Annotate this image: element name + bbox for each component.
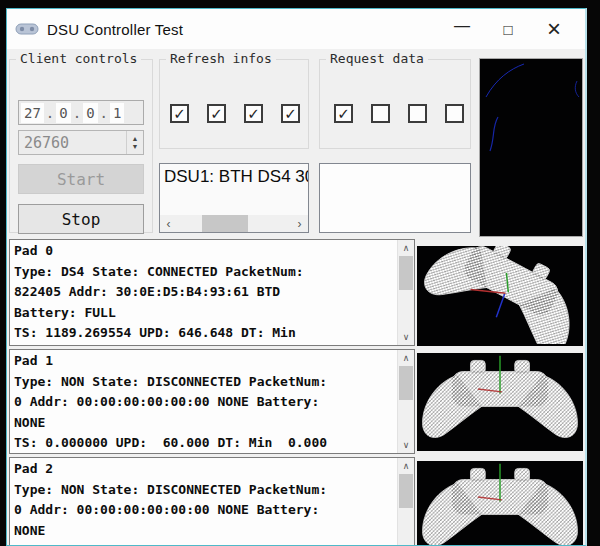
pad1-info-text: Pad 1 Type: NON State: DISCONNECTED Pack… (14, 351, 394, 454)
ip-address-input[interactable]: 27.0.0.1 (18, 100, 144, 125)
spinner-up-icon[interactable]: ▲ (132, 135, 139, 143)
pad0-controller-wireframe (417, 246, 583, 344)
request-checkbox-0[interactable]: ✓ (334, 104, 353, 123)
ip-dot: . (44, 103, 56, 123)
refresh-infos-group: Refresh infos ✓ ✓ ✓ ✓ (159, 59, 309, 149)
scroll-up-icon[interactable]: ∧ (398, 240, 414, 256)
request-checkbox-3[interactable] (445, 104, 464, 123)
gamepad-icon (15, 21, 39, 37)
scroll-down-icon[interactable]: ∨ (398, 329, 414, 345)
hscroll-thumb[interactable] (202, 215, 248, 232)
title-bar: DSU Controller Test — □ × (7, 9, 585, 49)
spinner-down-icon[interactable]: ▼ (132, 143, 139, 151)
refresh-infos-label: Refresh infos (166, 51, 276, 66)
pad2-controller-wireframe (417, 461, 583, 546)
ip-segment: 1 (110, 103, 124, 123)
pad0-info-text: Pad 0 Type: DS4 State: CONNECTED PacketN… (14, 241, 394, 344)
pad2-render-viewport (417, 461, 583, 546)
start-button[interactable]: Start (18, 164, 144, 194)
ip-segment: 0 (56, 103, 70, 123)
ip-dot: . (71, 103, 83, 123)
pad1-controller-wireframe (417, 353, 583, 449)
maximize-icon[interactable]: □ (485, 9, 531, 49)
request-data-group: Request data ✓ (319, 59, 471, 149)
pad0-vscrollbar[interactable]: ∧ ∨ (397, 240, 414, 345)
close-icon[interactable]: × (531, 9, 577, 49)
pad1-info-textbox[interactable]: Pad 1 Type: NON State: DISCONNECTED Pack… (9, 349, 415, 454)
vscroll-thumb[interactable] (399, 366, 413, 400)
hscroll-track[interactable] (177, 215, 291, 232)
pad2-info-text: Pad 2 Type: NON State: DISCONNECTED Pack… (14, 459, 394, 546)
motion-viewport (479, 58, 583, 237)
main-content: Client controls 27.0.0.1 26760 ▲ ▼ Start… (7, 49, 585, 546)
window-title: DSU Controller Test (47, 21, 183, 38)
refresh-infos-checkboxes: ✓ ✓ ✓ ✓ (170, 104, 300, 123)
request-data-checkboxes: ✓ (334, 104, 464, 123)
ip-segment: 27 (21, 103, 44, 123)
scroll-right-icon[interactable]: › (291, 217, 308, 231)
refresh-checkbox-1[interactable]: ✓ (207, 104, 226, 123)
ip-segment: 0 (83, 103, 97, 123)
pad0-info-textbox[interactable]: Pad 0 Type: DS4 State: CONNECTED PacketN… (9, 239, 415, 346)
port-spinner[interactable]: ▲ ▼ (126, 131, 143, 154)
client-controls-label: Client controls (16, 51, 141, 66)
refresh-checkbox-2[interactable]: ✓ (244, 104, 263, 123)
pad2-info-textbox[interactable]: Pad 2 Type: NON State: DISCONNECTED Pack… (9, 457, 415, 546)
server-list-item[interactable]: DSU1: BTH DS4 30 (160, 164, 308, 187)
server-list-hscrollbar[interactable]: ‹ › (160, 215, 308, 232)
refresh-checkbox-3[interactable]: ✓ (281, 104, 300, 123)
scroll-up-icon[interactable]: ∧ (398, 458, 414, 474)
request-checkbox-1[interactable] (371, 104, 390, 123)
pad1-vscrollbar[interactable]: ∧ ∨ (397, 350, 414, 453)
pad1-render-viewport (417, 353, 583, 451)
request-checkbox-2[interactable] (408, 104, 427, 123)
stop-button[interactable]: Stop (18, 204, 144, 234)
scroll-left-icon[interactable]: ‹ (160, 217, 177, 231)
vscroll-thumb[interactable] (399, 474, 413, 508)
request-data-listbox[interactable] (319, 163, 471, 233)
ip-dot: . (98, 103, 110, 123)
app-window: DSU Controller Test — □ × Client control… (6, 8, 587, 546)
minimize-icon[interactable]: — (439, 9, 485, 49)
port-input[interactable]: 26760 ▲ ▼ (18, 130, 144, 155)
pad2-vscrollbar[interactable]: ∧ ∨ (397, 458, 414, 546)
scroll-down-icon[interactable]: ∨ (398, 437, 414, 453)
server-listbox[interactable]: DSU1: BTH DS4 30 ‹ › (159, 163, 309, 233)
motion-trace-graphic (480, 59, 582, 236)
pad0-render-viewport (417, 246, 583, 346)
scroll-up-icon[interactable]: ∧ (398, 350, 414, 366)
vscroll-thumb[interactable] (399, 256, 413, 290)
port-value: 26760 (19, 134, 126, 152)
refresh-checkbox-0[interactable]: ✓ (170, 104, 189, 123)
request-data-label: Request data (326, 51, 428, 66)
client-controls-group: Client controls 27.0.0.1 26760 ▲ ▼ Start… (9, 59, 153, 233)
